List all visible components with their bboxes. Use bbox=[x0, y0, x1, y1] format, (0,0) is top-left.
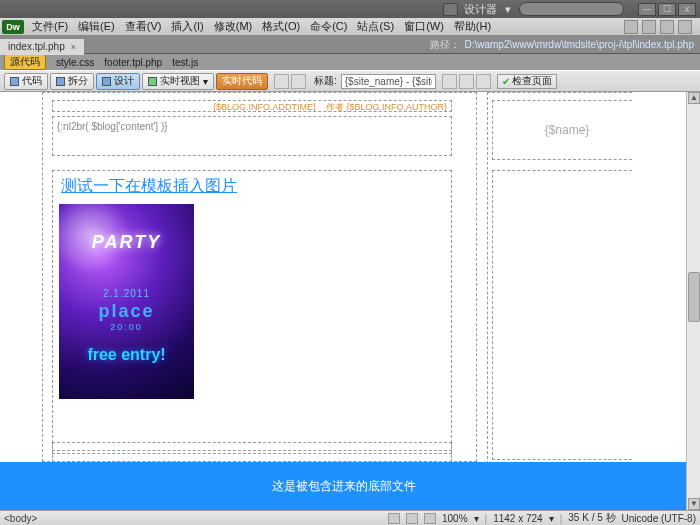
spacer-box bbox=[52, 450, 452, 462]
live-code-button[interactable]: 实时代码 bbox=[216, 73, 268, 90]
footer-include[interactable]: 这是被包含进来的底部文件 bbox=[0, 462, 688, 510]
search-input[interactable] bbox=[519, 2, 624, 16]
toolbar-icon[interactable] bbox=[274, 74, 289, 89]
path-value: D:\wamp2\www\mrdw\tmdsite\proj-i\tpl\ind… bbox=[464, 39, 700, 50]
name-var-box[interactable]: {$name} bbox=[492, 100, 634, 160]
menu-modify[interactable]: 修改(M) bbox=[209, 19, 258, 34]
menu-file[interactable]: 文件(F) bbox=[27, 19, 73, 34]
toolbar-icon[interactable] bbox=[624, 20, 638, 34]
poster-image[interactable]: PARTY 2.1.2011 place 20:00 free entry! bbox=[59, 204, 194, 399]
tag-selector[interactable]: <body> bbox=[4, 513, 37, 524]
encoding: Unicode (UTF-8) bbox=[622, 513, 696, 524]
path-label: 路径： bbox=[430, 38, 464, 52]
zoom-level[interactable]: 100% bbox=[442, 513, 468, 524]
title-label: 标题: bbox=[314, 74, 337, 88]
layout-icon[interactable] bbox=[443, 3, 458, 16]
content-box[interactable]: {:nl2br( $blog['content'] )} bbox=[52, 116, 452, 156]
minimize-button[interactable]: — bbox=[638, 3, 656, 16]
toolbar-icon[interactable] bbox=[678, 20, 692, 34]
toolbar-icon[interactable] bbox=[459, 74, 474, 89]
check-page-button[interactable]: ✔检查页面 bbox=[497, 74, 557, 89]
related-file[interactable]: footer.tpl.php bbox=[104, 57, 162, 68]
tab-close-icon[interactable]: × bbox=[71, 42, 76, 52]
related-file[interactable]: style.css bbox=[56, 57, 94, 68]
dimensions[interactable]: 1142 x 724 bbox=[493, 513, 543, 524]
status-icon[interactable] bbox=[388, 513, 400, 524]
menu-commands[interactable]: 命令(C) bbox=[305, 19, 352, 34]
close-button[interactable]: x bbox=[678, 3, 696, 16]
related-file[interactable]: test.js bbox=[172, 57, 198, 68]
dreamweaver-logo: Dw bbox=[2, 20, 24, 34]
scroll-down-arrow[interactable]: ▼ bbox=[688, 498, 700, 510]
menu-insert[interactable]: 插入(I) bbox=[166, 19, 208, 34]
maximize-button[interactable]: ☐ bbox=[658, 3, 676, 16]
design-view-button[interactable]: 设计 bbox=[96, 73, 140, 90]
menu-view[interactable]: 查看(V) bbox=[120, 19, 167, 34]
toolbar-icon[interactable] bbox=[660, 20, 674, 34]
document-tab[interactable]: index.tpl.php × bbox=[0, 39, 85, 55]
status-icon[interactable] bbox=[424, 513, 436, 524]
live-view-button[interactable]: 实时视图▾ bbox=[142, 73, 214, 90]
design-canvas[interactable]: {$BLOG.INFO.ADDTIME} 作者 {$BLOG.INFO.AUTH… bbox=[0, 92, 700, 510]
menu-format[interactable]: 格式(O) bbox=[257, 19, 305, 34]
title-input[interactable] bbox=[341, 74, 436, 89]
menu-help[interactable]: 帮助(H) bbox=[449, 19, 496, 34]
sidebar-box[interactable] bbox=[492, 170, 634, 460]
toolbar-icon[interactable] bbox=[291, 74, 306, 89]
toolbar-icon[interactable] bbox=[442, 74, 457, 89]
status-icon[interactable] bbox=[406, 513, 418, 524]
toolbar-icon[interactable] bbox=[476, 74, 491, 89]
scroll-thumb[interactable] bbox=[688, 272, 700, 322]
split-view-button[interactable]: 拆分 bbox=[50, 73, 94, 90]
menu-site[interactable]: 站点(S) bbox=[352, 19, 399, 34]
scroll-up-arrow[interactable]: ▲ bbox=[688, 92, 700, 104]
designer-label[interactable]: 设计器 bbox=[464, 2, 497, 17]
menu-edit[interactable]: 编辑(E) bbox=[73, 19, 120, 34]
article-heading: 测试一下在模板插入图片 bbox=[53, 171, 451, 202]
source-code-tab[interactable]: 源代码 bbox=[4, 54, 46, 70]
article-box[interactable]: 测试一下在模板插入图片 PARTY 2.1.2011 place 20:00 f… bbox=[52, 170, 452, 473]
tab-label: index.tpl.php bbox=[8, 41, 65, 52]
menu-window[interactable]: 窗口(W) bbox=[399, 19, 449, 34]
vertical-scrollbar[interactable]: ▲ ▼ bbox=[686, 92, 700, 510]
toolbar-icon[interactable] bbox=[642, 20, 656, 34]
code-view-button[interactable]: 代码 bbox=[4, 73, 48, 90]
meta-box[interactable]: {$BLOG.INFO.ADDTIME} 作者 {$BLOG.INFO.AUTH… bbox=[52, 100, 452, 112]
page-size: 35 K / 5 秒 bbox=[568, 511, 615, 525]
